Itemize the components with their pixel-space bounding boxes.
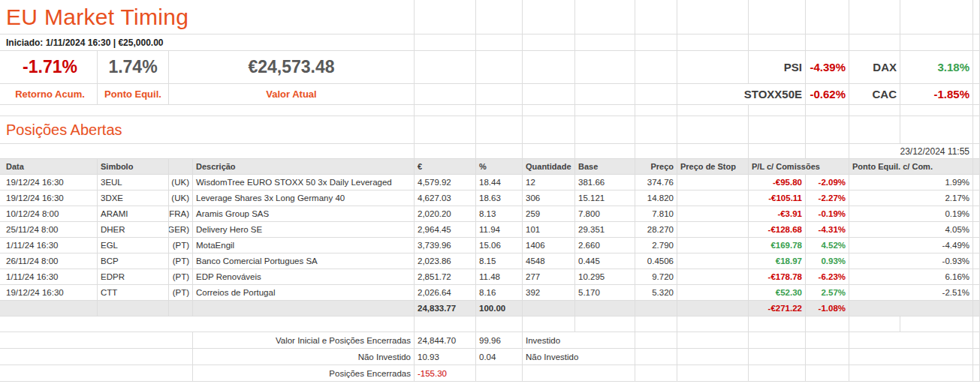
cell-pct: 8.16: [476, 285, 523, 301]
empty-cell: [575, 116, 635, 144]
empty-cell: [973, 238, 980, 254]
cell-simbolo: DHER: [98, 222, 169, 238]
empty-cell: [973, 301, 980, 316]
empty-cell: [677, 301, 749, 316]
empty-cell: [973, 116, 980, 144]
cell-base: 381.66: [575, 175, 635, 190]
empty-cell: [973, 190, 980, 206]
footer-value-pct: 0.04: [476, 349, 523, 365]
cell-base: 15.121: [575, 190, 635, 206]
empty-cell: [749, 332, 806, 349]
empty-cell: [0, 105, 415, 116]
cell-quantidade: 306: [523, 190, 575, 206]
cell-data: 1/11/24 16:30: [0, 269, 98, 285]
empty-cell: [973, 0, 980, 34]
empty-cell: [749, 105, 806, 116]
breakeven-label: Ponto Equil.: [98, 84, 169, 105]
cell-eur: 4,579.92: [415, 175, 476, 190]
empty-cell: [0, 365, 193, 382]
cell-ponto-equil: 6.16%: [849, 269, 973, 285]
empty-cell: [98, 301, 169, 316]
cell-pl: -€3.91: [749, 206, 806, 222]
footer-label: Valor Inicial e Posições Encerradas: [193, 332, 415, 349]
cell-pl-pct: -2.09%: [806, 175, 849, 190]
empty-cell: [973, 51, 980, 84]
empty-cell: [849, 349, 973, 365]
empty-cell: [849, 116, 900, 144]
empty-cell: [635, 349, 677, 365]
empty-cell: [415, 116, 476, 144]
empty-cell: [849, 34, 900, 51]
index-psi-name: PSI: [749, 51, 806, 84]
cell-pct: 18.63: [476, 190, 523, 206]
index-cac-name: CAC: [849, 84, 900, 105]
summary-values-row: -1.71% 1.74% €24,573.48 PSI -4.39% DAX 3…: [0, 51, 980, 84]
cell-pct: 18.44: [476, 175, 523, 190]
col-header-data: Data: [0, 159, 98, 175]
empty-cell: [415, 34, 476, 51]
cell-data: 1/11/24 16:30: [0, 238, 98, 254]
cell-eur: 2,020.20: [415, 206, 476, 222]
cell-pl-pct: 4.52%: [806, 238, 849, 254]
cell-pct: 8.15: [476, 254, 523, 269]
cell-ponto-equil: -2.51%: [849, 285, 973, 301]
empty-cell: [749, 316, 806, 332]
cell-pl-pct: -6.23%: [806, 269, 849, 285]
empty-cell: [677, 349, 749, 365]
cell-preco: 28.270: [635, 222, 677, 238]
footer-note: Investido: [523, 332, 635, 349]
cell-pl-pct: 2.57%: [806, 285, 849, 301]
page-title: EU Market Timing: [0, 0, 415, 34]
cell-pl: €169.78: [749, 238, 806, 254]
empty-cell: [635, 301, 677, 316]
current-value-label: Valor Atual: [169, 84, 415, 105]
empty-cell: [849, 332, 973, 349]
total-pl: -€271.22: [749, 301, 806, 316]
empty-cell: [0, 301, 98, 316]
footer-value-eur: -155.30: [415, 365, 476, 382]
cell-pais: (GER): [169, 222, 193, 238]
empty-cell: [973, 316, 980, 332]
cell-ponto-equil: 2.17%: [849, 190, 973, 206]
empty-cell: [900, 116, 973, 144]
index-dax-value: 3.18%: [900, 51, 973, 84]
table-row: 19/12/24 16:30 3EUL (UK) WisdomTree EURO…: [0, 175, 980, 190]
footer-value-eur: 10.93: [415, 349, 476, 365]
empty-cell: [973, 84, 980, 105]
empty-cell: [806, 332, 849, 349]
empty-cell: [575, 0, 635, 34]
spacer-row: [0, 105, 980, 116]
footer-value-eur: 24,844.70: [415, 332, 476, 349]
empty-cell: [806, 105, 849, 116]
cell-preco-stop: [677, 190, 749, 206]
cell-simbolo: 3DXE: [98, 190, 169, 206]
table-row: 26/11/24 8:00 BCP (PT) Banco Comercial P…: [0, 254, 980, 269]
cell-eur: 4,627.03: [415, 190, 476, 206]
empty-cell: [677, 116, 749, 144]
empty-cell: [523, 34, 575, 51]
report-timestamp: 23/12/2024 11:55: [849, 144, 973, 159]
empty-cell: [973, 269, 980, 285]
empty-cell: [677, 144, 749, 159]
col-header-ponto-equil: Ponto Equil. c/ Com.: [849, 159, 973, 175]
footer-row-closed: Posições Encerradas -155.30: [0, 365, 980, 382]
empty-cell: [900, 105, 973, 116]
cell-eur: 3,739.96: [415, 238, 476, 254]
empty-cell: [575, 34, 635, 51]
return-accum-value: -1.71%: [0, 51, 98, 84]
cell-pais: (PT): [169, 238, 193, 254]
empty-cell: [749, 0, 806, 34]
cell-data: 10/12/24 8:00: [0, 206, 98, 222]
cell-simbolo: ARAMI: [98, 206, 169, 222]
cell-pl-pct: -2.27%: [806, 190, 849, 206]
cell-quantidade: 277: [523, 269, 575, 285]
col-header-simbolo: Simbolo: [98, 159, 169, 175]
cell-preco-stop: [677, 238, 749, 254]
cell-data: 19/12/24 16:30: [0, 190, 98, 206]
empty-cell: [900, 34, 973, 51]
empty-cell: [635, 116, 677, 144]
cell-eur: 2,023.86: [415, 254, 476, 269]
cell-pl-pct: 0.93%: [806, 254, 849, 269]
cell-data: 25/11/24 8:00: [0, 222, 98, 238]
empty-cell: [0, 332, 193, 349]
